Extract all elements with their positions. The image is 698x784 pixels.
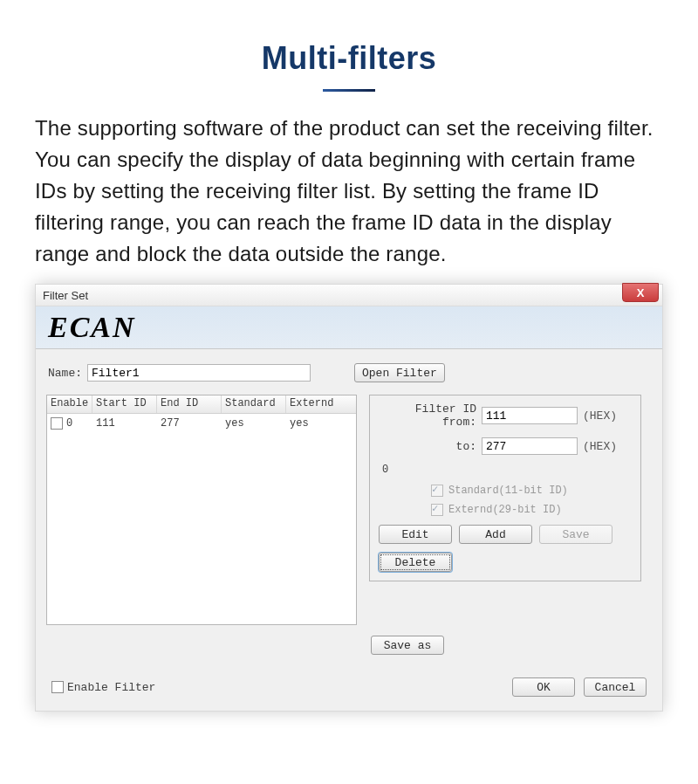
- title-underline: [323, 89, 375, 92]
- page-title: Multi-filters: [0, 0, 698, 77]
- close-icon: X: [637, 286, 645, 299]
- table-row[interactable]: 0 111 277 yes yes: [47, 414, 356, 435]
- col-standard: Standard: [222, 395, 286, 413]
- row-end-id: 277: [157, 417, 222, 435]
- banner: ECAN: [36, 306, 662, 349]
- delete-button[interactable]: Delete: [379, 553, 452, 572]
- standard-checkbox[interactable]: [431, 485, 443, 497]
- row-enable-checkbox[interactable]: [51, 417, 63, 430]
- cancel-button[interactable]: Cancel: [584, 677, 647, 697]
- close-button[interactable]: X: [622, 283, 659, 302]
- filter-table[interactable]: Enable Start ID End ID Standard Externd …: [46, 395, 357, 625]
- open-filter-button[interactable]: Open Filter: [354, 363, 445, 382]
- save-as-button[interactable]: Save as: [371, 636, 444, 655]
- externd-checkbox-label: Externd(29-bit ID): [448, 504, 562, 516]
- col-end-id: End ID: [157, 395, 222, 413]
- ok-button[interactable]: OK: [512, 677, 575, 697]
- banner-text: ECAN: [48, 311, 136, 344]
- filter-from-label: Filter ID from:: [379, 402, 476, 429]
- enable-filter-label: Enable Filter: [67, 681, 155, 694]
- add-button[interactable]: Add: [459, 525, 532, 544]
- filter-panel: Filter ID from: (HEX) to: (HEX) 0 Standa…: [369, 395, 641, 581]
- enable-filter-checkbox[interactable]: [51, 681, 64, 693]
- col-externd: Externd: [286, 395, 351, 413]
- row-start-id: 111: [92, 417, 157, 435]
- table-header: Enable Start ID End ID Standard Externd: [47, 395, 356, 414]
- externd-checkbox[interactable]: [431, 504, 443, 516]
- hex-label-to: (HEX): [583, 440, 617, 453]
- filter-set-dialog: Filter Set X ECAN Name: Open Filter Enab…: [35, 284, 663, 712]
- row-standard: yes: [222, 417, 286, 435]
- save-button[interactable]: Save: [539, 525, 612, 544]
- filter-from-input[interactable]: [482, 407, 578, 424]
- col-enable: Enable: [47, 395, 92, 413]
- filter-to-label: to:: [379, 440, 476, 453]
- name-input[interactable]: [87, 364, 311, 382]
- standard-checkbox-label: Standard(11-bit ID): [448, 485, 568, 497]
- col-start-id: Start ID: [92, 395, 157, 413]
- edit-button[interactable]: Edit: [379, 525, 452, 544]
- filter-to-input[interactable]: [482, 437, 578, 455]
- hex-label-from: (HEX): [583, 409, 617, 423]
- titlebar: Filter Set X: [36, 285, 662, 306]
- name-label: Name:: [48, 367, 82, 380]
- row-index: 0: [66, 417, 72, 430]
- row-externd: yes: [286, 417, 351, 435]
- zero-indicator: 0: [379, 464, 632, 479]
- dialog-title: Filter Set: [43, 289, 88, 302]
- page-description: The supporting software of the product c…: [35, 113, 663, 270]
